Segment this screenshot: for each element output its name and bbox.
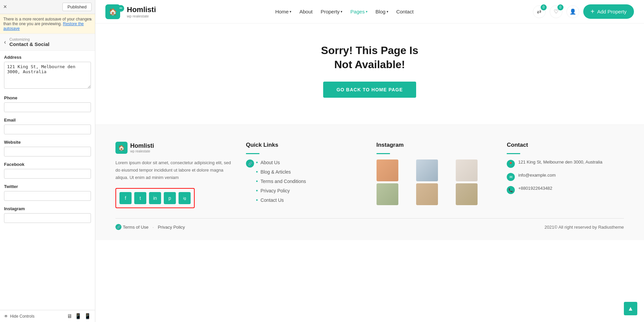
footer-copyright: 2021© All right reserved by Radiustheme [545,225,624,230]
footer-col-quicklinks: Quick Links 🔗 About Us Blog & Articles T… [246,142,363,208]
logo-pencil-icon: ✏ [117,5,124,12]
website-label: Website [4,140,91,145]
footer-dot-separator: · [153,225,154,230]
footer-col-instagram: Instagram [377,142,494,208]
social-pinterest-button[interactable]: p [164,192,176,204]
website-input[interactable] [4,147,91,156]
customizer-panel: × Published There is a more recent autos… [0,0,95,322]
nav-item-property[interactable]: Property ▾ [320,9,342,14]
breadcrumb-back-button[interactable]: ‹ [4,39,6,46]
footer-link-blog[interactable]: Blog & Articles [256,169,306,175]
footer-logo-sub: wp realestate [130,149,154,153]
site-footer: 🏠 Homlisti wp realestate Lorem ipsum dol… [95,125,644,240]
main-content: 🏠 ✏ Homlisti wp realestate Home ▾ About … [95,0,644,322]
panel-close-button[interactable]: × [3,3,7,10]
breadcrumb-parent: Customizing [9,37,49,41]
go-back-button[interactable]: GO BACK TO HOME PAGE [323,82,416,98]
nav-item-pages[interactable]: Pages ▾ [350,9,367,14]
device-icons: 🖥 📱 📱 [67,313,91,319]
email-field-group: Email info@example.com [4,118,91,134]
contact-address-text: 121 King St, Melbourne den 3000, Austral… [518,159,602,165]
address-textarea[interactable]: 121 King St, Melbourne den 3000, Austral… [4,62,91,89]
instagram-image-2[interactable] [416,159,438,181]
desktop-icon[interactable]: 🖥 [67,313,72,319]
instagram-label: Instagram [4,206,91,211]
eye-icon: 👁 [4,314,8,319]
published-button[interactable]: Published [62,3,92,11]
footer-logo-area: 🏠 Homlisti wp realestate [115,142,233,154]
wishlist-button[interactable]: ♡ 0 [550,5,562,18]
footer-col-brand: 🏠 Homlisti wp realestate Lorem ipsum dol… [115,142,233,208]
twitter-field-group: Twitter # [4,184,91,201]
quick-links-underline [246,153,259,154]
tablet-icon[interactable]: 📱 [75,313,82,319]
instagram-image-6[interactable] [456,183,478,205]
address-field-group: Address 121 King St, Melbourne den 3000,… [4,55,91,90]
instagram-title: Instagram [377,142,494,148]
heart-icon: ♡ [554,8,558,15]
nav-item-blog[interactable]: Blog ▾ [376,9,388,14]
scroll-to-top-button[interactable]: ▲ [624,302,637,315]
social-facebook-button[interactable]: f [119,192,132,204]
instagram-image-1[interactable] [377,159,398,181]
phone-input[interactable]: (+123) 596 000 [4,102,91,112]
footer-grid: 🏠 Homlisti wp realestate Lorem ipsum dol… [115,142,624,208]
nav-item-about[interactable]: About [299,9,312,14]
footer-link-about-us[interactable]: About Us [256,159,306,166]
chevron-down-icon: ▾ [341,10,342,13]
contact-phone-item: 📞 +8801922643482 [507,186,624,194]
nav-item-home[interactable]: Home ▾ [275,9,291,14]
nav-item-contact[interactable]: Contact [396,9,414,14]
social-instagram-button[interactable]: ig [179,192,191,204]
plus-icon: + [591,8,595,15]
quick-links-chain-icon: 🔗 [246,159,254,168]
email-label: Email [4,118,91,123]
instagram-image-4[interactable] [377,183,398,205]
address-label: Address [4,55,91,60]
contact-email-item: ✉ info@example.com [507,173,624,181]
logo-area: 🏠 ✏ Homlisti wp realestate [105,4,156,19]
terms-of-use-label: Terms of Use [123,225,149,230]
site-header: 🏠 ✏ Homlisti wp realestate Home ▾ About … [95,0,644,24]
social-linkedin-button[interactable]: in [149,192,161,204]
panel-top-bar: × Published [0,0,95,14]
hide-controls-label: Hide Controls [10,314,35,319]
footer-link-terms[interactable]: Terms and Conditions [256,178,306,184]
hide-controls-button[interactable]: 👁 Hide Controls [4,314,35,319]
panel-content: Address 121 King St, Melbourne den 3000,… [0,51,95,310]
compare-button[interactable]: ⇄ 0 [533,5,546,18]
social-twitter-button[interactable]: t [134,192,146,204]
privacy-policy-link[interactable]: Privacy Policy [158,225,185,230]
autosave-notice: There is a more recent autosave of your … [0,14,95,34]
footer-col-contact: Contact 📍 121 King St, Melbourne den 300… [507,142,624,208]
terms-of-use-link[interactable]: 🔗 Terms of Use [115,224,149,230]
phone-label: Phone [4,95,91,100]
error-section: Sorry! This Page Is Not Available! GO BA… [95,24,644,125]
contact-underline [507,153,520,154]
instagram-image-5[interactable] [416,183,438,205]
contact-phone-text: +8801922643482 [518,186,552,191]
instagram-image-3[interactable] [456,159,478,181]
close-notice-button[interactable]: × [90,17,92,22]
error-title: Sorry! This Page Is Not Available! [321,44,418,72]
footer-link-privacy[interactable]: Privacy Policy [256,188,306,194]
facebook-input[interactable]: # [4,169,91,179]
facebook-label: Facebook [4,162,91,167]
chevron-down-icon: ▾ [366,10,367,13]
mobile-icon[interactable]: 📱 [84,313,91,319]
email-input[interactable]: info@example.com [4,125,91,134]
email-icon: ✉ [507,173,515,181]
logo-subtext: wp realestate [127,14,156,18]
twitter-input[interactable]: # [4,191,91,201]
terms-link-icon: 🔗 [115,224,121,230]
add-property-button[interactable]: + Add Property [583,4,634,19]
add-property-label: Add Property [597,9,627,14]
phone-field-group: Phone (+123) 596 000 [4,95,91,112]
footer-logo-text: Homlisti [130,142,154,149]
footer-link-contact[interactable]: Contact Us [256,197,306,203]
instagram-field-group: Instagram # [4,206,91,223]
chevron-down-icon: ▾ [290,10,291,13]
instagram-input[interactable]: # [4,213,91,223]
contact-title: Contact [507,142,624,148]
user-button[interactable]: 👤 [566,5,579,18]
